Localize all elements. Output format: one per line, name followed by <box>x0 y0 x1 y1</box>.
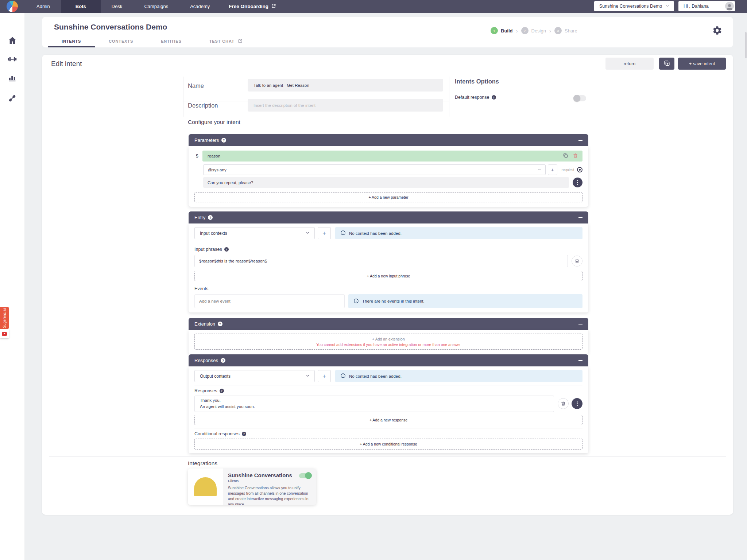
collapse-icon[interactable] <box>578 140 582 141</box>
help-icon[interactable] <box>220 389 224 393</box>
help-icon[interactable] <box>221 138 226 143</box>
integration-toggle[interactable] <box>299 473 311 478</box>
trash-icon[interactable] <box>573 153 578 160</box>
description-input[interactable] <box>248 99 443 112</box>
tab-entities[interactable]: ENTITIES <box>147 35 196 47</box>
parameter-row: $ <box>196 151 582 162</box>
name-input[interactable] <box>248 79 443 92</box>
step-build[interactable]: 1 Build <box>491 27 513 34</box>
tab-contexts[interactable]: CONTEXTS <box>95 35 147 47</box>
integration-name: Sunshine Conversations <box>228 472 311 478</box>
delete-phrase-button[interactable] <box>572 256 582 267</box>
top-navbar: Admin Bots Desk Campaigns Academy Free O… <box>0 0 747 13</box>
help-icon[interactable] <box>492 95 496 100</box>
add-response-button[interactable]: + Add a new response <box>194 415 582 425</box>
integrations-icon[interactable] <box>7 93 17 103</box>
nav-item-admin[interactable]: Admin <box>26 0 61 13</box>
tab-intents[interactable]: INTENTS <box>48 35 95 47</box>
nav-item-campaigns[interactable]: Campaigns <box>133 0 179 13</box>
more-options-icon[interactable] <box>572 398 582 409</box>
input-contexts-row: Input contexts No context has been added… <box>194 227 582 239</box>
add-entity-button[interactable] <box>548 164 557 175</box>
analytics-icon[interactable] <box>7 73 17 82</box>
step-separator-icon <box>516 28 518 34</box>
integration-category: Clients <box>228 479 311 483</box>
gear-icon[interactable] <box>712 26 722 35</box>
help-icon[interactable] <box>208 215 213 220</box>
home-icon[interactable] <box>7 35 17 45</box>
divider <box>449 77 449 117</box>
collapse-icon[interactable] <box>578 217 582 218</box>
breadcrumb: 1 Build 2 Design 3 Share <box>491 27 577 34</box>
output-contexts-select[interactable]: Output contexts <box>194 370 315 382</box>
divider <box>49 456 726 457</box>
help-icon[interactable] <box>224 247 229 252</box>
nav-item-academy[interactable]: Academy <box>179 0 221 13</box>
delete-response-button[interactable] <box>558 398 569 409</box>
training-icon[interactable] <box>7 54 17 64</box>
navbar-right: Sunshine Conversations Demo Hi , Dahiana <box>594 1 735 11</box>
collapse-icon[interactable] <box>578 324 582 324</box>
nav-item-free-onboarding[interactable]: Free Onboarding <box>223 0 282 13</box>
add-event-input[interactable] <box>194 294 345 308</box>
left-sidebar <box>0 13 24 560</box>
feedback-video-button[interactable] <box>0 329 9 338</box>
copy-icon[interactable] <box>563 153 568 160</box>
toggle-knob <box>305 472 312 479</box>
return-button[interactable]: return <box>605 58 654 70</box>
help-icon[interactable] <box>221 358 225 363</box>
scrollbar-thumb[interactable] <box>745 32 747 58</box>
feedback-tab[interactable]: Sugerencias <box>0 307 9 329</box>
divider <box>194 385 582 385</box>
app-logo[interactable] <box>7 1 18 12</box>
copy-icon <box>663 60 670 68</box>
step-design[interactable]: 2 Design <box>521 27 546 34</box>
default-response-toggle[interactable] <box>573 95 586 101</box>
integration-card[interactable]: Sunshine Conversations Clients Sunshine … <box>188 468 316 505</box>
response-text[interactable]: Thank you. An agent will assist you soon… <box>194 396 554 412</box>
extension-warning: You cannot add extensions if you have an… <box>316 342 461 347</box>
integration-info: Sunshine Conversations Clients Sunshine … <box>223 468 316 505</box>
user-menu[interactable]: Hi , Dahiana <box>678 1 735 11</box>
more-options-icon[interactable] <box>573 178 582 187</box>
sunshine-logo-icon <box>188 468 223 505</box>
section-title: Edit intent <box>51 60 82 68</box>
param-prompt-input[interactable] <box>203 177 569 188</box>
nav-item-desk[interactable]: Desk <box>101 0 133 13</box>
add-context-button[interactable] <box>318 227 331 239</box>
avatar <box>725 2 734 11</box>
required-radio[interactable] <box>577 167 582 172</box>
divider <box>194 428 582 428</box>
nav-item-bots[interactable]: Bots <box>61 0 101 13</box>
help-icon[interactable] <box>242 432 246 436</box>
integrations-title: Integrations <box>188 460 217 467</box>
info-icon <box>353 298 359 304</box>
divider <box>183 77 183 117</box>
param-name-input[interactable] <box>202 154 563 158</box>
bot-header-card: Sunshine Conversations Demo INTENTS CONT… <box>42 17 733 47</box>
input-contexts-select[interactable]: Input contexts <box>194 227 315 239</box>
bot-selector-dropdown[interactable]: Sunshine Conversations Demo <box>594 1 674 11</box>
edit-intent-card: Edit intent return + save intent Name De… <box>42 55 733 515</box>
add-conditional-response-button[interactable]: + Add a new conditional response <box>194 439 582 450</box>
add-extension-button[interactable]: + Add an extension You cannot add extens… <box>194 334 582 350</box>
save-intent-button[interactable]: + save intent <box>678 58 726 70</box>
add-input-phrase-button[interactable]: + Add a new input phrase <box>194 271 582 281</box>
collapse-icon[interactable] <box>578 360 582 361</box>
add-parameter-button[interactable]: + Add a new parameter <box>194 192 582 202</box>
add-context-button[interactable] <box>318 370 331 382</box>
param-name-field <box>202 151 582 162</box>
no-context-message: No context has been added. <box>335 227 582 239</box>
step-share[interactable]: 3 Share <box>554 27 577 34</box>
help-icon[interactable] <box>218 322 222 326</box>
tab-test-chat[interactable]: TEST CHAT <box>196 35 256 47</box>
duplicate-intent-button[interactable] <box>659 58 674 70</box>
input-phrase-input[interactable] <box>194 255 568 267</box>
chevron-down-icon <box>305 373 310 379</box>
extension-header: Extension <box>189 318 588 330</box>
entity-select[interactable]: @sys.any <box>203 164 546 175</box>
event-row: There are no events in this intent. <box>194 294 582 308</box>
feedback-label: Sugerencias <box>3 308 7 328</box>
input-phrase-row <box>194 255 582 267</box>
response-row: Thank you. An agent will assist you soon… <box>194 396 582 412</box>
